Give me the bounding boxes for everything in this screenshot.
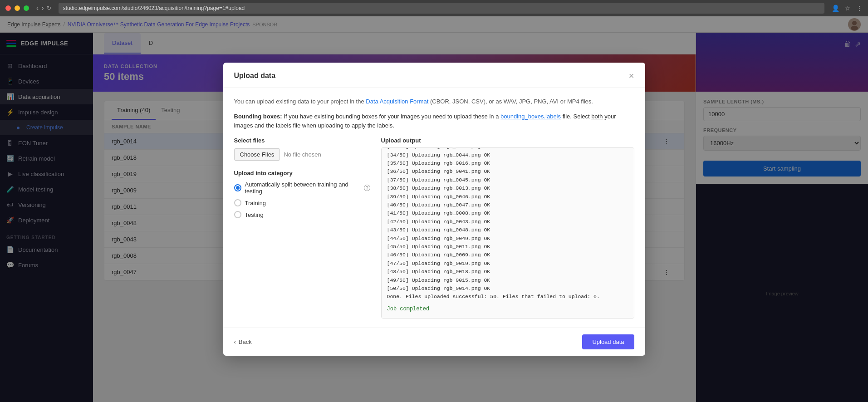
radio-auto-circle (234, 184, 241, 191)
modal-overlay[interactable]: Upload data × You can upload existing da… (0, 16, 868, 402)
output-line: [47/50] Uploading rgb_0019.png OK (387, 260, 628, 268)
upload-output-label: Upload output (381, 137, 634, 144)
output-line: [43/50] Uploading rgb_0048.png OK (387, 226, 628, 234)
output-line: [48/50] Uploading rgb_0018.png OK (387, 268, 628, 276)
modal-title: Upload data (234, 72, 276, 80)
choose-files-button[interactable]: Choose Files (234, 148, 280, 161)
bounding-boxes-note: Bounding boxes: If you have existing bou… (234, 112, 634, 130)
modal-footer: ‹ Back Upload data (223, 328, 645, 356)
output-line: [40/50] Uploading rgb_0047.png OK (387, 201, 628, 209)
output-line: [45/50] Uploading rgb_0011.png OK (387, 243, 628, 251)
radio-auto[interactable]: Automatically split between training and… (234, 181, 370, 195)
output-line: [33/50] Uploading rgb_0042.png OK (387, 147, 628, 151)
data-acquisition-format-link[interactable]: Data Acquisition Format (366, 98, 428, 105)
output-line: [41/50] Uploading rgb_0008.png OK (387, 209, 628, 217)
menu-icon[interactable]: ⋮ (856, 5, 863, 12)
job-completed-text: Job completed (387, 305, 628, 314)
radio-auto-label: Automatically split between training and… (245, 181, 359, 195)
upload-category-label: Upload into category (234, 170, 370, 176)
back-chevron-icon: ‹ (234, 338, 236, 345)
nav-forward[interactable]: › (41, 4, 44, 12)
radio-group: Automatically split between training and… (234, 181, 370, 218)
radio-auto-help: ? (364, 185, 370, 191)
bookmark-icon[interactable]: ☆ (845, 5, 851, 12)
nav-back[interactable]: ‹ (36, 4, 39, 12)
select-files-label: Select files (234, 137, 370, 144)
output-line: [50/50] Uploading rgb_0014.png OK (387, 284, 628, 293)
output-line: [46/50] Uploading rgb_0009.png OK (387, 251, 628, 259)
radio-training-circle (234, 199, 241, 206)
radio-training-label: Training (245, 200, 266, 206)
bounding-boxes-link[interactable]: bounding_boxes.labels (500, 113, 561, 120)
output-line: [35/50] Uploading rgb_0016.png OK (387, 159, 628, 167)
profile-icon[interactable]: 👤 (832, 5, 839, 12)
output-line: [42/50] Uploading rgb_0043.png OK (387, 218, 628, 226)
modal-body: You can upload existing data to your pro… (223, 88, 645, 328)
browser-btn-minimize[interactable] (15, 5, 20, 11)
radio-testing-label: Testing (245, 211, 264, 218)
modal-columns: Select files Choose Files No file chosen… (234, 137, 634, 319)
modal-description: You can upload existing data to your pro… (234, 97, 634, 106)
modal-right-panel: Upload output [33/50] Uploading rgb_0042… (381, 137, 634, 319)
nav-reload[interactable]: ↻ (47, 5, 51, 11)
output-line: [34/50] Uploading rgb_0044.png OK (387, 151, 628, 159)
browser-btn-close[interactable] (5, 5, 11, 11)
modal-header: Upload data × (223, 63, 645, 88)
back-button[interactable]: ‹ Back (234, 338, 252, 345)
output-line: [39/50] Uploading rgb_0046.png OK (387, 193, 628, 201)
radio-training[interactable]: Training (234, 199, 370, 206)
output-line: [36/50] Uploading rgb_0041.png OK (387, 167, 628, 176)
output-line: [49/50] Uploading rgb_0015.png OK (387, 276, 628, 284)
radio-testing-circle (234, 211, 241, 218)
output-line: [44/50] Uploading rgb_0049.png OK (387, 235, 628, 243)
browser-url-bar[interactable]: studio.edgeimpulse.com/studio/246023/acq… (59, 3, 824, 14)
radio-testing[interactable]: Testing (234, 211, 370, 218)
file-input-row: Choose Files No file chosen (234, 148, 370, 161)
output-line: Done. Files uploaded successful: 50. Fil… (387, 293, 628, 301)
output-line: [37/50] Uploading rgb_0045.png OK (387, 176, 628, 184)
upload-data-button[interactable]: Upload data (582, 334, 634, 349)
upload-output-box[interactable]: [33/50] Uploading rgb_0042.png OK[34/50]… (381, 147, 634, 319)
browser-chrome: ‹ › ↻ studio.edgeimpulse.com/studio/2460… (0, 0, 868, 16)
modal-left-panel: Select files Choose Files No file chosen… (234, 137, 370, 319)
modal-close-button[interactable]: × (629, 71, 634, 81)
browser-btn-maximize[interactable] (24, 5, 29, 11)
output-line: [38/50] Uploading rgb_0013.png OK (387, 184, 628, 192)
no-file-text: No file chosen (284, 151, 321, 158)
upload-data-modal: Upload data × You can upload existing da… (223, 63, 645, 356)
